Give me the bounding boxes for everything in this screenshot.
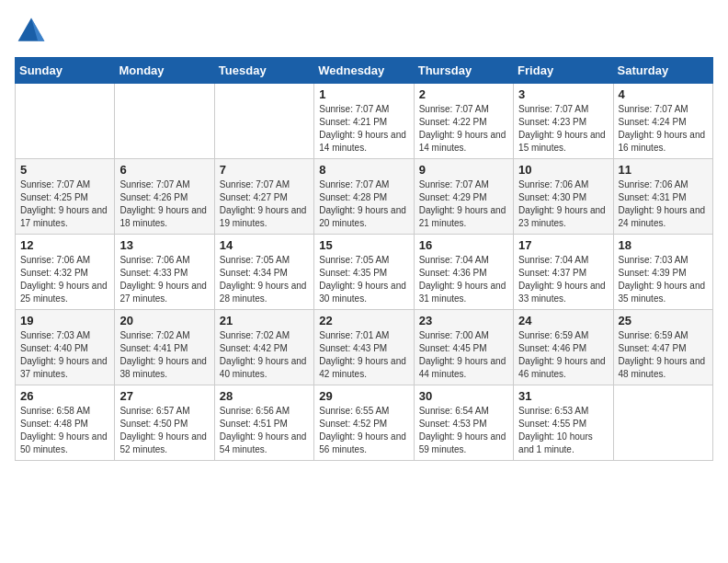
calendar-header-row: SundayMondayTuesdayWednesdayThursdayFrid… — [16, 58, 713, 84]
day-info: Sunrise: 6:54 AMSunset: 4:53 PMDaylight:… — [419, 405, 508, 456]
weekday-header-thursday: Thursday — [414, 58, 513, 84]
day-number: 18 — [619, 238, 708, 252]
day-number: 1 — [319, 87, 408, 101]
day-number: 11 — [619, 163, 708, 177]
calendar-cell — [214, 84, 313, 159]
calendar-cell: 4Sunrise: 7:07 AMSunset: 4:24 PMDaylight… — [613, 84, 712, 159]
day-number: 31 — [518, 389, 608, 403]
weekday-header-sunday: Sunday — [16, 58, 115, 84]
logo-icon — [15, 15, 48, 48]
day-info: Sunrise: 7:07 AMSunset: 4:23 PMDaylight:… — [518, 103, 608, 155]
day-info: Sunrise: 7:03 AMSunset: 4:39 PMDaylight:… — [619, 254, 708, 305]
calendar-cell: 21Sunrise: 7:02 AMSunset: 4:42 PMDayligh… — [214, 310, 313, 385]
day-info: Sunrise: 7:06 AMSunset: 4:31 PMDaylight:… — [619, 178, 708, 230]
weekday-header-wednesday: Wednesday — [314, 58, 414, 84]
day-info: Sunrise: 7:03 AMSunset: 4:40 PMDaylight:… — [20, 329, 109, 381]
day-number: 12 — [20, 238, 109, 252]
day-info: Sunrise: 6:59 AMSunset: 4:46 PMDaylight:… — [518, 329, 608, 381]
calendar-cell: 11Sunrise: 7:06 AMSunset: 4:31 PMDayligh… — [613, 159, 712, 235]
day-info: Sunrise: 6:58 AMSunset: 4:48 PMDaylight:… — [20, 405, 109, 456]
day-info: Sunrise: 6:57 AMSunset: 4:50 PMDaylight:… — [119, 405, 209, 456]
calendar-cell: 19Sunrise: 7:03 AMSunset: 4:40 PMDayligh… — [16, 310, 115, 385]
calendar-cell: 23Sunrise: 7:00 AMSunset: 4:45 PMDayligh… — [414, 310, 513, 385]
calendar-cell: 27Sunrise: 6:57 AMSunset: 4:50 PMDayligh… — [115, 385, 214, 461]
day-number: 24 — [518, 314, 608, 327]
day-info: Sunrise: 7:04 AMSunset: 4:37 PMDaylight:… — [518, 254, 608, 305]
calendar-cell: 3Sunrise: 7:07 AMSunset: 4:23 PMDaylight… — [514, 84, 613, 159]
calendar-cell: 24Sunrise: 6:59 AMSunset: 4:46 PMDayligh… — [514, 310, 613, 385]
day-number: 16 — [419, 238, 508, 252]
day-info: Sunrise: 7:06 AMSunset: 4:33 PMDaylight:… — [119, 254, 209, 305]
page-header — [15, 15, 713, 48]
calendar-cell: 14Sunrise: 7:05 AMSunset: 4:34 PMDayligh… — [214, 235, 313, 310]
calendar-table: SundayMondayTuesdayWednesdayThursdayFrid… — [15, 57, 713, 461]
day-number: 28 — [220, 389, 309, 403]
day-info: Sunrise: 6:53 AMSunset: 4:55 PMDaylight:… — [518, 405, 608, 456]
weekday-header-tuesday: Tuesday — [214, 58, 313, 84]
day-info: Sunrise: 7:07 AMSunset: 4:28 PMDaylight:… — [319, 178, 408, 230]
calendar-week-row: 1Sunrise: 7:07 AMSunset: 4:21 PMDaylight… — [16, 84, 713, 159]
day-number: 30 — [419, 389, 508, 403]
day-number: 25 — [619, 314, 708, 327]
day-number: 3 — [518, 87, 608, 101]
day-info: Sunrise: 6:59 AMSunset: 4:47 PMDaylight:… — [619, 329, 708, 381]
calendar-cell: 31Sunrise: 6:53 AMSunset: 4:55 PMDayligh… — [514, 385, 613, 461]
day-info: Sunrise: 7:02 AMSunset: 4:42 PMDaylight:… — [220, 329, 309, 381]
calendar-week-row: 5Sunrise: 7:07 AMSunset: 4:25 PMDaylight… — [16, 159, 713, 235]
calendar-cell: 16Sunrise: 7:04 AMSunset: 4:36 PMDayligh… — [414, 235, 513, 310]
day-number: 10 — [518, 163, 608, 177]
day-info: Sunrise: 7:07 AMSunset: 4:26 PMDaylight:… — [119, 178, 209, 230]
calendar-cell: 18Sunrise: 7:03 AMSunset: 4:39 PMDayligh… — [613, 235, 712, 310]
day-info: Sunrise: 7:06 AMSunset: 4:32 PMDaylight:… — [20, 254, 109, 305]
day-number: 13 — [119, 238, 209, 252]
weekday-header-monday: Monday — [115, 58, 214, 84]
calendar-cell: 2Sunrise: 7:07 AMSunset: 4:22 PMDaylight… — [414, 84, 513, 159]
day-info: Sunrise: 7:04 AMSunset: 4:36 PMDaylight:… — [419, 254, 508, 305]
calendar-cell — [115, 84, 214, 159]
calendar-week-row: 26Sunrise: 6:58 AMSunset: 4:48 PMDayligh… — [16, 385, 713, 461]
calendar-cell — [16, 84, 115, 159]
day-info: Sunrise: 7:05 AMSunset: 4:35 PMDaylight:… — [319, 254, 408, 305]
day-number: 8 — [319, 163, 408, 177]
day-number: 2 — [419, 87, 508, 101]
calendar-cell: 26Sunrise: 6:58 AMSunset: 4:48 PMDayligh… — [16, 385, 115, 461]
calendar-cell: 25Sunrise: 6:59 AMSunset: 4:47 PMDayligh… — [613, 310, 712, 385]
day-number: 6 — [119, 163, 209, 177]
calendar-cell: 6Sunrise: 7:07 AMSunset: 4:26 PMDaylight… — [115, 159, 214, 235]
calendar-cell: 12Sunrise: 7:06 AMSunset: 4:32 PMDayligh… — [16, 235, 115, 310]
day-info: Sunrise: 7:06 AMSunset: 4:30 PMDaylight:… — [518, 178, 608, 230]
calendar-cell: 17Sunrise: 7:04 AMSunset: 4:37 PMDayligh… — [514, 235, 613, 310]
calendar-cell: 9Sunrise: 7:07 AMSunset: 4:29 PMDaylight… — [414, 159, 513, 235]
day-number: 7 — [220, 163, 309, 177]
day-number: 15 — [319, 238, 408, 252]
day-number: 14 — [220, 238, 309, 252]
logo — [15, 15, 51, 48]
calendar-cell: 5Sunrise: 7:07 AMSunset: 4:25 PMDaylight… — [16, 159, 115, 235]
calendar-cell: 20Sunrise: 7:02 AMSunset: 4:41 PMDayligh… — [115, 310, 214, 385]
day-number: 26 — [20, 389, 109, 403]
weekday-header-friday: Friday — [514, 58, 613, 84]
day-number: 5 — [20, 163, 109, 177]
day-info: Sunrise: 7:05 AMSunset: 4:34 PMDaylight:… — [220, 254, 309, 305]
calendar-week-row: 12Sunrise: 7:06 AMSunset: 4:32 PMDayligh… — [16, 235, 713, 310]
day-info: Sunrise: 6:55 AMSunset: 4:52 PMDaylight:… — [319, 405, 408, 456]
day-number: 17 — [518, 238, 608, 252]
day-info: Sunrise: 7:07 AMSunset: 4:21 PMDaylight:… — [319, 103, 408, 155]
day-info: Sunrise: 7:00 AMSunset: 4:45 PMDaylight:… — [419, 329, 508, 381]
calendar-cell: 13Sunrise: 7:06 AMSunset: 4:33 PMDayligh… — [115, 235, 214, 310]
day-info: Sunrise: 7:07 AMSunset: 4:22 PMDaylight:… — [419, 103, 508, 155]
day-info: Sunrise: 7:02 AMSunset: 4:41 PMDaylight:… — [119, 329, 209, 381]
calendar-cell: 1Sunrise: 7:07 AMSunset: 4:21 PMDaylight… — [314, 84, 414, 159]
day-number: 29 — [319, 389, 408, 403]
day-number: 27 — [119, 389, 209, 403]
day-info: Sunrise: 7:07 AMSunset: 4:24 PMDaylight:… — [619, 103, 708, 155]
day-info: Sunrise: 7:07 AMSunset: 4:27 PMDaylight:… — [220, 178, 309, 230]
day-info: Sunrise: 7:07 AMSunset: 4:29 PMDaylight:… — [419, 178, 508, 230]
day-info: Sunrise: 7:01 AMSunset: 4:43 PMDaylight:… — [319, 329, 408, 381]
calendar-cell: 22Sunrise: 7:01 AMSunset: 4:43 PMDayligh… — [314, 310, 414, 385]
calendar-cell: 30Sunrise: 6:54 AMSunset: 4:53 PMDayligh… — [414, 385, 513, 461]
calendar-cell: 7Sunrise: 7:07 AMSunset: 4:27 PMDaylight… — [214, 159, 313, 235]
weekday-header-saturday: Saturday — [613, 58, 712, 84]
day-number: 9 — [419, 163, 508, 177]
calendar-cell: 10Sunrise: 7:06 AMSunset: 4:30 PMDayligh… — [514, 159, 613, 235]
